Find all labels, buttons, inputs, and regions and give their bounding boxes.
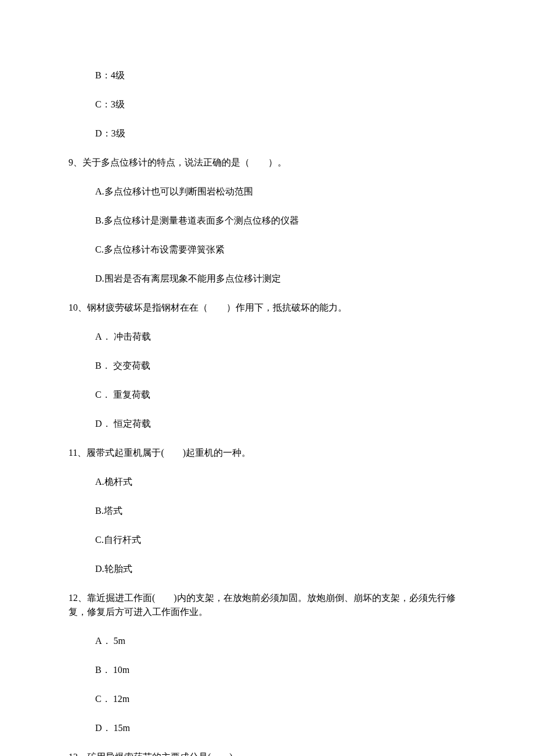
q9-option-c: C.多点位移计布设需要弹簧张紧	[68, 243, 466, 257]
q13-stem: 13、矿用导爆索药芯的主要成分是( )。	[68, 750, 466, 756]
q10-stem: 10、钢材疲劳破坏是指钢材在在（ ）作用下，抵抗破坏的能力。	[68, 301, 466, 315]
q10-option-b: B． 交变荷载	[68, 359, 466, 373]
q8-option-c: C：3级	[68, 98, 466, 111]
q11-option-b: B.塔式	[68, 504, 466, 518]
q12-stem: 12、靠近掘进工作面( )内的支架，在放炮前必须加固。放炮崩倒、崩坏的支架，必须…	[68, 591, 466, 619]
q12-option-c: C． 12m	[68, 692, 466, 706]
q10-option-a: A． 冲击荷载	[68, 330, 466, 344]
q11-stem: 11、履带式起重机属于( )起重机的一种。	[68, 446, 466, 460]
q12-option-d: D． 15m	[68, 721, 466, 735]
q9-option-b: B.多点位移计是测量巷道表面多个测点位移的仪器	[68, 214, 466, 228]
q8-option-d: D：3级	[68, 127, 466, 141]
q12-option-b: B． 10m	[68, 663, 466, 677]
q11-option-c: C.自行杆式	[68, 533, 466, 547]
q9-option-a: A.多点位移计也可以判断围岩松动范围	[68, 185, 466, 199]
q11-option-a: A.桅杆式	[68, 475, 466, 489]
q9-option-d: D.围岩是否有离层现象不能用多点位移计测定	[68, 272, 466, 286]
q9-stem: 9、关于多点位移计的特点，说法正确的是（ ）。	[68, 156, 466, 170]
q10-option-d: D． 恒定荷载	[68, 417, 466, 431]
q12-option-a: A． 5m	[68, 634, 466, 648]
q10-option-c: C． 重复荷载	[68, 388, 466, 402]
q11-option-d: D.轮胎式	[68, 562, 466, 576]
q8-option-b: B：4级	[68, 69, 466, 82]
